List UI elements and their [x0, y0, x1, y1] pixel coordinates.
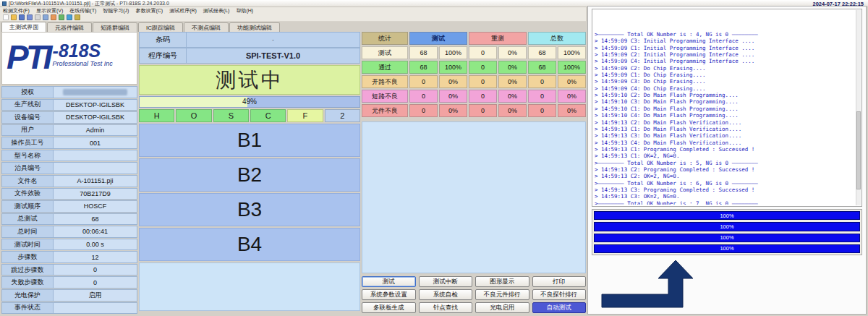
- globe-icon[interactable]: [67, 14, 72, 20]
- info-icon[interactable]: [75, 14, 80, 20]
- sidebar-row-label: 测试时间: [1, 239, 54, 251]
- tab-short-group-edit[interactable]: 短路群编辑: [93, 22, 137, 32]
- sidebar-row: 跳过步骤数 0: [1, 264, 137, 276]
- log-line: > 14:59:10 C1: Do Main Flash Programming…: [595, 106, 854, 112]
- sidebar-row-value: A-101151.pji: [54, 175, 137, 187]
- log-output-box[interactable]: >———————— Total OK Number is : 4, NG is …: [592, 9, 862, 207]
- sidebar-row-value: 68: [54, 213, 137, 226]
- stats-row-label: 短路不良: [362, 90, 408, 103]
- graphic-display-button[interactable]: 图形显示: [475, 276, 529, 287]
- sidebar-row-label: 总时间: [1, 226, 54, 238]
- menu-item[interactable]: 检测文件(F): [3, 7, 30, 14]
- statistics-section: 统计 测试重测总数 测试 68 100% 0 0% 68 100% 通过 68 …: [362, 32, 586, 119]
- test-abort-button[interactable]: 测试中断: [419, 276, 473, 287]
- sidebar-row: 步骤数 12: [1, 251, 137, 263]
- menu-item[interactable]: 参数设置(C): [135, 7, 163, 14]
- menu-item[interactable]: 测试报表(L): [203, 7, 230, 14]
- log-line: > 14:59:09 C4: Do Chip Erasing....: [595, 85, 854, 92]
- channel-progress-bar: 100%: [594, 234, 860, 242]
- save-all-icon[interactable]: [27, 14, 33, 20]
- sidebar-row: 文件效验 70B217D9: [1, 188, 137, 200]
- print-icon[interactable]: [35, 14, 41, 20]
- board-cell[interactable]: B1: [139, 124, 360, 157]
- system-selfcheck-button[interactable]: 系统自检: [419, 289, 473, 300]
- log-line: >———————— Total OK Number is : 7, NG is …: [595, 200, 854, 205]
- sidebar-row-label: 用户: [1, 124, 54, 137]
- sidebar-row-label: 文件效验: [1, 188, 54, 200]
- sequence-cell: 2: [325, 109, 360, 122]
- sidebar-row-label: 光电保护: [1, 289, 54, 302]
- multi-board-generate-button[interactable]: 多联板生成: [362, 302, 416, 313]
- message-panel: [139, 262, 360, 311]
- toolbar: [0, 14, 586, 22]
- tab-no-test-edit[interactable]: 不测点编辑: [184, 22, 229, 32]
- sidebar-row: 治具编号: [1, 162, 137, 174]
- sidebar-row-value: DESKTOP-IGILSBK: [54, 99, 137, 111]
- board-cell[interactable]: B3: [139, 193, 360, 226]
- log-line: > 14:59:13 C2: OK=2, NG=0.: [595, 173, 854, 179]
- menu-bar: 检测文件(F)显示设置(V)在线传输(T)智能学习(J)参数设置(C)测试程序(…: [0, 7, 586, 14]
- log-scrollbar[interactable]: [856, 10, 861, 205]
- sidebar-row-label: 测试顺序: [1, 200, 54, 213]
- photoelectric-enable-button[interactable]: 光电启用: [475, 302, 529, 313]
- tab-main-test[interactable]: 主测试界面: [1, 22, 46, 32]
- sidebar-row: 设备编号 DESKTOP-IGILSBK: [1, 111, 137, 124]
- status-progress-text: 49%: [140, 97, 359, 107]
- auto-test-button[interactable]: 自动测试: [532, 302, 587, 313]
- stats-group-header: 总数: [528, 32, 586, 45]
- menu-item[interactable]: 智能学习(J): [103, 7, 129, 14]
- test-button[interactable]: 测试: [362, 276, 416, 287]
- stats-row: 测试 68 100% 0 0% 68 100%: [362, 46, 586, 59]
- log-line: > 14:59:13 C3: Programing Completed : Su…: [595, 187, 854, 193]
- sidebar-row-label: 文件名: [1, 175, 54, 187]
- tab-ic-trace-edit[interactable]: IC跟踪编辑: [138, 22, 183, 32]
- log-line: > 14:59:13 C1: OK=2, NG=0.: [595, 153, 854, 159]
- log-line: >———————— Total OK Number is : 5, NG is …: [595, 160, 854, 166]
- new-file-icon[interactable]: [3, 14, 9, 20]
- stats-row: 通过 68 100% 0 0% 68 100%: [362, 61, 586, 74]
- tab-function-test-edit[interactable]: 功能测试编辑: [229, 22, 280, 32]
- sidebar-row: 失败步骤数 0: [1, 276, 137, 289]
- sidebar-row: 测试顺序 HOSCF: [1, 200, 137, 213]
- log-line: >———————— Total OK Number is : 4, NG is …: [595, 31, 854, 38]
- sidebar-row-value: 70B217D9: [54, 188, 137, 200]
- menu-item[interactable]: 测试程序(R): [169, 7, 197, 14]
- log-scrollbar-thumb[interactable]: [856, 111, 861, 189]
- log-lines: >———————— Total OK Number is : 4, NG is …: [595, 11, 854, 205]
- print-button[interactable]: 打印: [532, 276, 587, 287]
- menu-item[interactable]: 显示设置(V): [36, 7, 63, 14]
- menu-item[interactable]: 在线传输(T): [69, 7, 96, 14]
- model-text: -818S: [53, 41, 113, 60]
- system-params-button[interactable]: 系统参数设置: [362, 289, 416, 300]
- save-icon[interactable]: [19, 14, 25, 20]
- chart-icon[interactable]: [59, 14, 64, 20]
- open-folder-icon[interactable]: [11, 14, 17, 20]
- sidebar-row: 授权: [1, 86, 137, 98]
- preview-icon[interactable]: [43, 14, 48, 20]
- log-line: > 14:59:13 C3: Do Main Flash Verificatio…: [595, 132, 854, 139]
- log-line: > 14:59:13 C1: Programing Completed : Su…: [595, 146, 854, 153]
- barcode-field[interactable]: -: [187, 32, 360, 48]
- menu-item[interactable]: 帮助(H): [236, 7, 253, 14]
- sidebar-row-value: 0.00 s: [54, 239, 137, 251]
- tab-component-edit[interactable]: 元器件编辑: [47, 22, 92, 32]
- stats-row-label: 测试: [362, 46, 408, 59]
- tagline-text: Professional Test Inc: [53, 60, 113, 67]
- bad-probe-rank-button[interactable]: 不良探针排行: [532, 289, 587, 300]
- stats-row: 元件不良 0 0% 0 0% 0 0%: [362, 104, 586, 117]
- stats-row-label: 开路不良: [362, 75, 408, 88]
- sidebar-row-label: 生产线别: [1, 99, 54, 111]
- program-number-label: 程序编号: [139, 48, 187, 64]
- sidebar-row-label: 设备编号: [1, 111, 54, 124]
- edit-icon[interactable]: [51, 14, 56, 20]
- probe-point-find-button[interactable]: 针点查找: [419, 302, 473, 313]
- sidebar-row-label: 失败步骤数: [1, 276, 54, 289]
- sidebar-row-value: 001: [54, 137, 137, 149]
- sidebar-row: 用户 Admin: [1, 124, 137, 137]
- log-line: > 14:59:13 C2: Do Main Flash Verificatio…: [595, 119, 854, 126]
- bad-component-rank-button[interactable]: 不良元件排行: [475, 289, 529, 300]
- board-cell[interactable]: B2: [139, 158, 360, 192]
- stats-group-header: 重测: [469, 32, 527, 45]
- board-cell[interactable]: B4: [139, 228, 360, 261]
- channel-progress-bar: 100%: [594, 244, 860, 253]
